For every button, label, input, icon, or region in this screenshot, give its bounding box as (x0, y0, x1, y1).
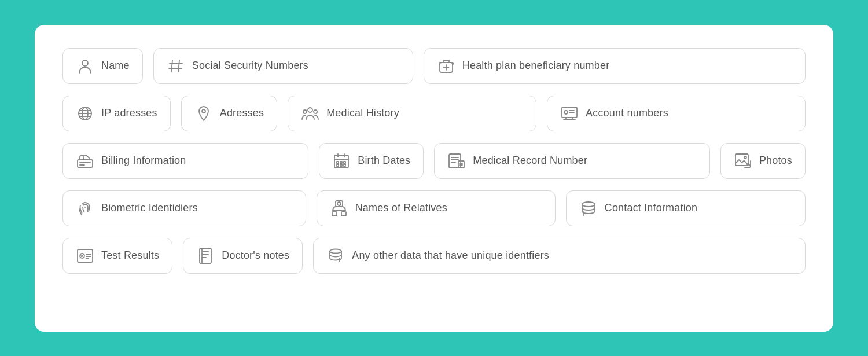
chip-birth-label: Birth Dates (358, 155, 410, 167)
chip-mh-label: Medical History (326, 107, 399, 119)
hash-icon (167, 57, 185, 75)
chip-test: Test Results (62, 238, 172, 274)
chip-name-label: Name (101, 60, 130, 72)
chip-bio: Biometric Identidiers (62, 190, 306, 226)
person-icon (76, 57, 94, 75)
svg-point-51 (582, 202, 595, 207)
chip-relatives: Names of Relatives (317, 190, 556, 226)
row-3: Billing Information Birth Dates (62, 143, 806, 179)
svg-point-13 (202, 109, 205, 113)
svg-point-16 (314, 110, 317, 113)
chip-addr: Adresses (181, 96, 277, 131)
chip-acct: Account numbers (547, 96, 806, 131)
svg-rect-24 (78, 160, 93, 167)
image-icon (734, 152, 752, 170)
chip-health: Health plan beneficiary number (424, 48, 806, 84)
database-stack-icon (579, 199, 598, 218)
chip-ip: IP adresses (62, 96, 171, 131)
row-4: Biometric Identidiers Names of Relatives… (62, 190, 806, 226)
row-2: IP adresses Adresses Medical History (62, 96, 806, 131)
svg-rect-45 (735, 154, 748, 166)
svg-point-18 (564, 111, 568, 114)
monitor-doc-icon (447, 152, 466, 170)
svg-rect-35 (337, 164, 339, 166)
svg-line-2 (178, 60, 179, 72)
main-card: Name Social Security Numbers Health plan… (35, 25, 833, 332)
chip-other-label: Any other data that have unique identfie… (352, 249, 549, 262)
svg-point-48 (337, 202, 341, 205)
monitor-id-icon (560, 104, 579, 123)
chip-mrn: Medical Record Number (434, 143, 710, 179)
svg-point-15 (303, 110, 307, 113)
chip-ip-label: IP adresses (101, 107, 157, 119)
row-1: Name Social Security Numbers Health plan… (62, 48, 806, 84)
chip-addr-label: Adresses (220, 107, 264, 119)
chip-relatives-label: Names of Relatives (355, 202, 447, 214)
svg-point-14 (308, 108, 312, 112)
chip-mh: Medical History (288, 96, 536, 131)
people-icon (301, 104, 319, 123)
svg-rect-42 (458, 161, 464, 168)
row-5: Test Results Doctor's notes Any other da… (62, 238, 806, 274)
globe-icon (76, 104, 94, 123)
chip-notes: Doctor's notes (183, 238, 303, 274)
svg-point-0 (82, 60, 88, 66)
chip-contact-label: Contact Information (605, 202, 698, 214)
chip-billing: Billing Information (62, 143, 308, 179)
fingerprint-icon (76, 199, 94, 218)
family-icon (330, 199, 348, 218)
chip-notes-label: Doctor's notes (222, 249, 289, 262)
svg-point-63 (330, 249, 341, 253)
svg-rect-49 (332, 212, 337, 216)
medkit-icon (437, 57, 455, 75)
svg-rect-36 (340, 164, 342, 166)
chip-contact: Contact Information (566, 190, 806, 226)
chip-other: Any other data that have unique identfie… (313, 238, 806, 274)
chip-photos: Photos (720, 143, 806, 179)
chip-ssn: Social Security Numbers (153, 48, 413, 84)
chip-name: Name (62, 48, 143, 84)
database-icon (326, 247, 345, 265)
svg-point-46 (744, 156, 746, 159)
cash-register-icon (76, 152, 94, 170)
notes-icon (196, 247, 215, 265)
svg-line-1 (171, 60, 172, 72)
chip-birth: Birth Dates (319, 143, 424, 179)
svg-rect-34 (344, 162, 345, 163)
chip-billing-label: Billing Information (101, 155, 186, 167)
chip-mrn-label: Medical Record Number (473, 155, 587, 167)
chip-health-label: Health plan beneficiary number (462, 60, 610, 72)
chip-acct-label: Account numbers (586, 107, 668, 119)
chip-test-label: Test Results (101, 249, 159, 262)
chip-ssn-label: Social Security Numbers (192, 60, 308, 72)
chip-photos-label: Photos (759, 155, 792, 167)
svg-rect-32 (337, 162, 339, 163)
svg-rect-50 (341, 212, 346, 216)
chip-bio-label: Biometric Identidiers (101, 202, 198, 214)
svg-rect-33 (340, 162, 342, 163)
pin-icon (194, 104, 213, 123)
calendar-icon (332, 152, 351, 170)
svg-rect-37 (344, 164, 345, 166)
svg-rect-58 (200, 248, 211, 263)
test-card-icon (76, 247, 94, 265)
